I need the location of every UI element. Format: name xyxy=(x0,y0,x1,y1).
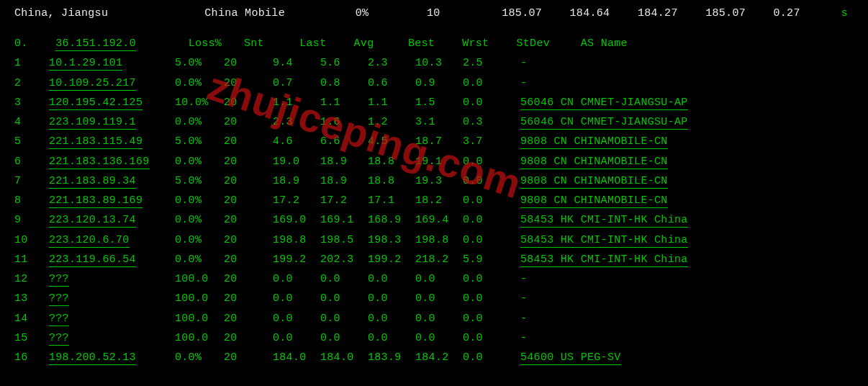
hop-best: 0.0 xyxy=(368,271,415,287)
hop-last: 2.3 xyxy=(273,114,320,130)
hop-wrst: 0.0 xyxy=(415,330,463,346)
hop-loss: 0.0% xyxy=(175,153,224,170)
hop-snt: 20 xyxy=(224,212,273,228)
hop-row: 7221.183.89.345.0%2018.918.918.819.30.09… xyxy=(14,171,854,191)
hop-row: 16198.200.52.130.0%20184.0184.0183.9184.… xyxy=(14,348,854,367)
hop-host[interactable]: ??? xyxy=(49,271,175,287)
hop-wrst: 184.2 xyxy=(415,349,463,366)
hop-best: 199.2 xyxy=(368,251,415,268)
hop-best: 168.9 xyxy=(368,212,415,228)
hop-host[interactable]: 120.195.42.125 xyxy=(49,94,175,111)
hop-loss: 0.0% xyxy=(175,192,224,209)
hop-snt: 20 xyxy=(224,290,273,307)
hop-snt: 20 xyxy=(224,75,273,91)
hop-wrst: 0.0 xyxy=(415,271,463,287)
hop-avg: 1.1 xyxy=(320,94,368,111)
header-idx: 0. xyxy=(14,35,49,52)
hop-as[interactable]: 9808 CN CHINAMOBILE-CN xyxy=(520,192,779,209)
hop-as[interactable]: 56046 CN CMNET-JIANGSU-AP xyxy=(520,114,779,130)
hop-as[interactable]: 9808 CN CHINAMOBILE-CN xyxy=(520,133,779,150)
hop-best: 0.0 xyxy=(368,310,415,327)
hop-snt: 20 xyxy=(224,251,273,268)
hop-avg: 5.6 xyxy=(320,55,368,71)
hop-as[interactable]: 9808 CN CHINAMOBILE-CN xyxy=(520,153,779,170)
hop-row: 8221.183.89.1690.0%2017.217.217.118.20.0… xyxy=(14,191,854,210)
header-row: 0. 36.151.192.0 Loss% Snt Last Avg Best … xyxy=(14,34,854,53)
hop-last: 0.0 xyxy=(273,271,320,287)
hop-loss: 0.0% xyxy=(175,75,224,91)
hop-avg: 0.0 xyxy=(320,290,368,307)
hops-list: 110.1.29.1015.0%209.45.62.310.32.5-210.1… xyxy=(14,53,854,367)
hop-host[interactable]: 221.183.89.34 xyxy=(49,173,175,189)
hop-host[interactable]: ??? xyxy=(49,290,175,307)
hop-stdev: 2.5 xyxy=(463,55,520,71)
hop-loss: 100.0 xyxy=(175,330,224,346)
header-avg: Avg xyxy=(354,35,402,52)
hop-host[interactable]: 223.120.13.74 xyxy=(49,212,175,228)
hop-row: 14???100.0200.00.00.00.00.0- xyxy=(14,309,854,328)
hop-wrst: 0.0 xyxy=(415,310,463,327)
hop-host[interactable]: ??? xyxy=(49,310,175,327)
hop-row: 210.109.25.2170.0%200.70.80.60.90.0- xyxy=(14,73,854,93)
hop-stdev: 0.0 xyxy=(463,310,520,327)
hop-snt: 20 xyxy=(224,330,273,346)
hop-host[interactable]: 223.120.6.70 xyxy=(49,232,175,248)
hop-host[interactable]: 10.109.25.217 xyxy=(49,75,175,91)
hop-idx: 10 xyxy=(14,232,49,248)
hop-row: 12???100.0200.00.00.00.00.0- xyxy=(14,269,854,289)
hop-stdev: 0.0 xyxy=(463,290,520,307)
summary-row: China, Jiangsu China Mobile 0% 10 185.07… xyxy=(14,6,854,30)
hop-avg: 1.6 xyxy=(320,114,368,130)
hop-snt: 20 xyxy=(224,349,273,366)
hop-avg: 17.2 xyxy=(320,192,368,209)
hop-snt: 20 xyxy=(224,114,273,130)
hop-as[interactable]: 58453 HK CMI-INT-HK China xyxy=(520,251,779,268)
hop-stdev: 0.0 xyxy=(463,212,520,228)
hop-as[interactable]: 58453 HK CMI-INT-HK China xyxy=(520,212,779,228)
hop-loss: 0.0% xyxy=(175,349,224,366)
hop-best: 183.9 xyxy=(368,349,415,366)
hop-host[interactable]: 221.183.89.169 xyxy=(49,192,175,209)
hop-loss: 0.0% xyxy=(175,212,224,228)
hop-idx: 2 xyxy=(14,75,49,91)
hop-host[interactable]: 198.200.52.13 xyxy=(49,349,175,366)
summary-v4: 185.07 xyxy=(705,7,767,19)
hop-host[interactable]: 223.109.119.1 xyxy=(49,114,175,130)
hop-wrst: 1.5 xyxy=(415,94,463,111)
hop-host[interactable]: 10.1.29.101 xyxy=(49,55,175,71)
hop-as[interactable]: 58453 HK CMI-INT-HK China xyxy=(520,232,779,248)
hop-host[interactable]: 223.119.66.54 xyxy=(49,251,175,268)
summary-v3: 184.27 xyxy=(638,7,699,19)
hop-loss: 0.0% xyxy=(175,114,224,130)
hop-snt: 20 xyxy=(224,192,273,209)
summary-location: China, Jiangsu xyxy=(14,7,198,19)
hop-stdev: 0.0 xyxy=(463,192,520,209)
hop-as: - xyxy=(520,55,779,71)
hop-best: 4.5 xyxy=(368,133,415,150)
hop-wrst: 18.2 xyxy=(415,192,463,209)
hop-row: 15???100.0200.00.00.00.00.0- xyxy=(14,328,854,348)
hop-as[interactable]: 54600 US PEG-SV xyxy=(520,349,779,366)
hop-last: 1.1 xyxy=(273,94,320,111)
hop-best: 2.3 xyxy=(368,55,415,71)
hop-stdev: 0.0 xyxy=(463,271,520,287)
hop-last: 0.0 xyxy=(273,290,320,307)
hop-avg: 0.8 xyxy=(320,75,368,91)
hop-best: 1.2 xyxy=(368,114,415,130)
hop-host[interactable]: 221.183.115.49 xyxy=(49,133,175,150)
hop-wrst: 19.3 xyxy=(415,173,463,189)
hop-last: 19.0 xyxy=(273,153,320,170)
hop-host[interactable]: ??? xyxy=(49,330,175,346)
hop-last: 0.7 xyxy=(273,75,320,91)
hop-last: 0.0 xyxy=(273,330,320,346)
hop-as[interactable]: 56046 CN CMNET-JIANGSU-AP xyxy=(520,94,779,111)
hop-loss: 100.0 xyxy=(175,271,224,287)
hop-snt: 20 xyxy=(224,55,273,71)
hop-idx: 12 xyxy=(14,271,49,287)
hop-idx: 11 xyxy=(14,251,49,268)
hop-host[interactable]: 221.183.136.169 xyxy=(49,153,175,170)
hop-row: 10223.120.6.700.0%20198.8198.5198.3198.8… xyxy=(14,230,854,250)
hop-loss: 10.0% xyxy=(175,94,224,111)
hop-as[interactable]: 9808 CN CHINAMOBILE-CN xyxy=(520,173,779,189)
hop-idx: 3 xyxy=(14,94,49,111)
